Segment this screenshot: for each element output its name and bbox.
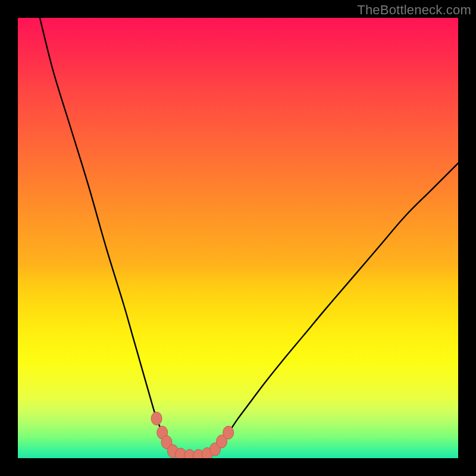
plot-area <box>18 18 458 458</box>
data-marker <box>151 412 162 425</box>
curve-left <box>40 18 176 453</box>
data-marker <box>223 426 234 439</box>
outer-frame: TheBottleneck.com <box>0 0 476 476</box>
curve-right <box>212 163 458 453</box>
chart-svg <box>18 18 458 458</box>
marker-group <box>151 412 234 458</box>
watermark-text: TheBottleneck.com <box>357 2 471 18</box>
